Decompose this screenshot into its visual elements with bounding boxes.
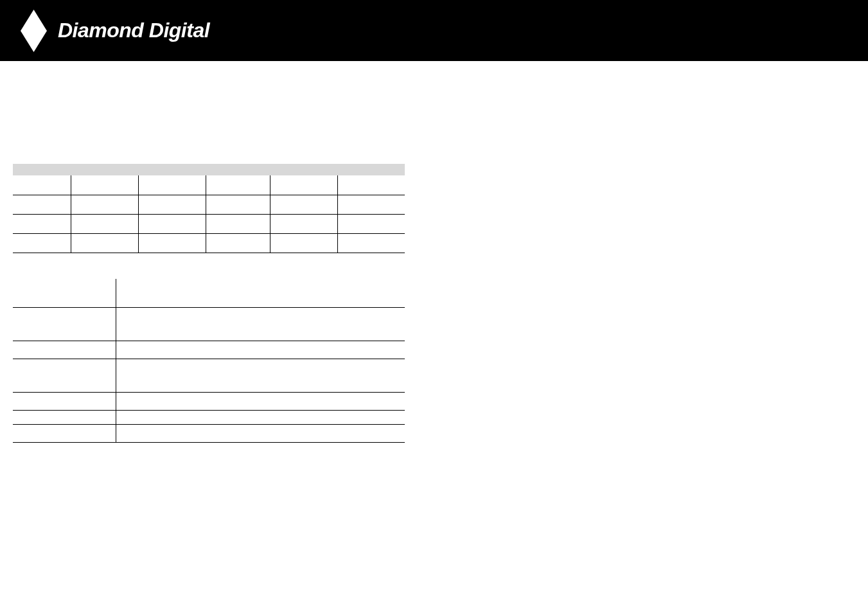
- table-cell: [337, 175, 405, 195]
- table-cell: [71, 214, 138, 233]
- table-1: [13, 175, 405, 253]
- table-cell: [13, 279, 116, 308]
- table-cell: [13, 308, 116, 341]
- table-cell: [138, 214, 206, 233]
- table-cell: [138, 175, 206, 195]
- table-cell: [71, 233, 138, 253]
- table-cell: [13, 425, 116, 443]
- table-cell: [116, 411, 405, 425]
- table-cell: [138, 195, 206, 214]
- table-cell: [138, 233, 206, 253]
- table-cell: [270, 214, 337, 233]
- diamond-icon: [19, 8, 48, 53]
- table-cell: [13, 359, 116, 393]
- table-cell: [71, 195, 138, 214]
- table-cell: [13, 393, 116, 411]
- table-cell: [337, 195, 405, 214]
- table-row: [13, 308, 405, 341]
- table-cell: [116, 393, 405, 411]
- table-cell: [13, 195, 71, 214]
- table-row: [13, 393, 405, 411]
- table-cell: [13, 175, 71, 195]
- table-cell: [116, 425, 405, 443]
- header-bar: Diamond Digital: [0, 0, 868, 61]
- table-row: [13, 195, 405, 214]
- table-cell: [116, 341, 405, 359]
- table-row: [13, 214, 405, 233]
- table-cell: [206, 233, 270, 253]
- table-cell: [270, 175, 337, 195]
- table-cell: [337, 233, 405, 253]
- brand-text: Diamond Digital: [58, 19, 209, 42]
- table-row: [13, 341, 405, 359]
- table-cell: [13, 233, 71, 253]
- table-row: [13, 279, 405, 308]
- table-2: [13, 279, 405, 443]
- page-content: [0, 61, 868, 443]
- table-cell: [116, 308, 405, 341]
- table-cell: [337, 214, 405, 233]
- table-cell: [270, 233, 337, 253]
- table-cell: [71, 175, 138, 195]
- svg-marker-0: [21, 10, 47, 52]
- table-1-wrap: [13, 164, 405, 253]
- table-row: [13, 175, 405, 195]
- table-cell: [13, 341, 116, 359]
- table-row: [13, 411, 405, 425]
- table-cell: [206, 195, 270, 214]
- table-row: [13, 233, 405, 253]
- table-1-header-shade: [13, 164, 405, 175]
- table-row: [13, 425, 405, 443]
- table-cell: [116, 359, 405, 393]
- table-cell: [116, 279, 405, 308]
- table-cell: [13, 411, 116, 425]
- table-cell: [206, 214, 270, 233]
- table-cell: [13, 214, 71, 233]
- table-cell: [206, 175, 270, 195]
- table-row: [13, 359, 405, 393]
- table-cell: [270, 195, 337, 214]
